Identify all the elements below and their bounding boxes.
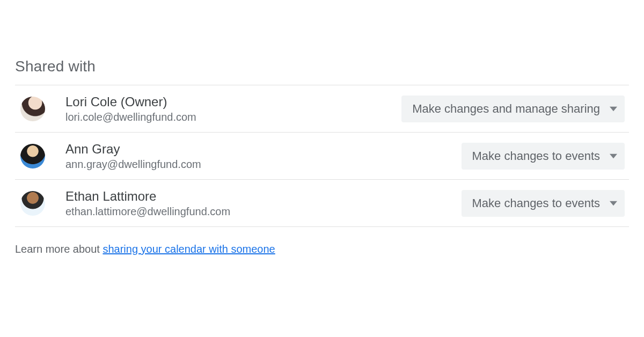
person-info: Lori Cole (Owner) lori.cole@dwellingfund… — [65, 94, 401, 123]
shared-person-row: Ethan Lattimore ethan.lattimore@dwelling… — [15, 180, 629, 227]
avatar — [20, 97, 45, 121]
permission-dropdown[interactable]: Make changes to events — [462, 143, 625, 170]
permission-label: Make changes and manage sharing — [412, 102, 600, 116]
shared-person-row: Ann Gray ann.gray@dwellingfund.com Make … — [15, 133, 629, 180]
permission-label: Make changes to events — [472, 196, 600, 210]
chevron-down-icon — [610, 153, 617, 159]
permission-dropdown[interactable]: Make changes and manage sharing — [401, 96, 625, 122]
chevron-down-icon — [610, 201, 617, 206]
person-email: ethan.lattimore@dwellingfund.com — [65, 206, 462, 218]
permission-label: Make changes to events — [472, 149, 600, 163]
avatar — [20, 191, 45, 216]
shared-with-section: Shared with Lori Cole (Owner) lori.cole@… — [0, 0, 644, 255]
person-name: Ann Gray — [65, 141, 462, 157]
person-info: Ethan Lattimore ethan.lattimore@dwelling… — [65, 188, 462, 218]
permission-dropdown[interactable]: Make changes to events — [462, 190, 625, 217]
section-title: Shared with — [15, 58, 629, 75]
learn-more-prefix: Learn more about — [15, 243, 103, 255]
person-name: Lori Cole (Owner) — [65, 94, 401, 110]
chevron-down-icon — [610, 106, 617, 112]
person-info: Ann Gray ann.gray@dwellingfund.com — [65, 141, 462, 171]
avatar — [20, 144, 45, 169]
person-email: ann.gray@dwellingfund.com — [65, 158, 462, 171]
shared-person-row: Lori Cole (Owner) lori.cole@dwellingfund… — [15, 85, 629, 133]
learn-more-link[interactable]: sharing your calendar with someone — [103, 243, 275, 255]
person-name: Ethan Lattimore — [65, 188, 462, 204]
person-email: lori.cole@dwellingfund.com — [65, 111, 401, 123]
learn-more-text: Learn more about sharing your calendar w… — [15, 243, 629, 255]
